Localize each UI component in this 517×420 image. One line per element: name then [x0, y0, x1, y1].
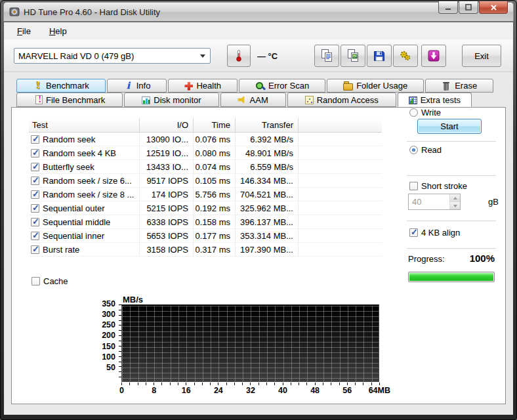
- table-row[interactable]: Random seek / size 8 ... 174 IOPS 5.756 …: [29, 188, 382, 201]
- short-stroke-checkbox[interactable]: Short stroke: [409, 181, 467, 191]
- table-row[interactable]: Sequential outer 5215 IOPS 0.192 ms 325.…: [29, 201, 382, 215]
- table-row[interactable]: Random seek 13090 IO... 0.076 ms 6.392 M…: [29, 133, 382, 146]
- y-tick-label: 150: [84, 343, 115, 351]
- test-io: 12519 IO...: [140, 146, 194, 159]
- drive-selector[interactable]: MARVELL Raid VD 0 (479 gB): [14, 48, 211, 64]
- minimize-button[interactable]: [438, 1, 458, 14]
- test-time: 0.192 ms: [194, 201, 236, 215]
- temperature-value: — °C: [257, 51, 278, 61]
- copy-image-button[interactable]: [341, 45, 365, 67]
- chart-y-tick-labels: 35030025020015010050: [84, 300, 115, 372]
- test-checkbox[interactable]: [31, 149, 39, 158]
- download-button[interactable]: [421, 45, 446, 67]
- x-tick-label: 56: [331, 386, 363, 395]
- cache-checkbox[interactable]: Cache: [31, 276, 68, 286]
- table-row[interactable]: Random seek 4 KB 12519 IO... 0.080 ms 48…: [29, 146, 382, 160]
- erase-icon: [442, 81, 451, 91]
- separator: [407, 175, 496, 176]
- tab-health[interactable]: Health: [168, 79, 238, 93]
- test-checkbox[interactable]: [31, 245, 39, 254]
- test-name: Sequential middle: [43, 217, 110, 227]
- checkbox-icon: [31, 277, 40, 285]
- chevron-down-icon: [200, 54, 205, 58]
- test-checkbox[interactable]: [31, 177, 39, 185]
- test-transfer: 48.901 MB/s: [236, 146, 299, 159]
- tab-row-1: Benchmark Info Health Error Scan Folder …: [16, 79, 495, 93]
- stroke-size-spinner[interactable]: 40: [408, 194, 461, 210]
- app-disk-icon: [9, 7, 20, 17]
- chart-x-tick-labels: 0816243240485664MB: [106, 386, 396, 395]
- drive-selector-value: MARVELL Raid VD 0 (479 gB): [18, 51, 134, 61]
- test-name: Sequential outer: [43, 203, 105, 213]
- tab-random-access[interactable]: Random Access: [287, 93, 396, 107]
- tab-file-benchmark[interactable]: File Benchmark: [16, 93, 123, 107]
- x-tick-label: 24: [202, 386, 234, 395]
- table-row[interactable]: Random seek / size 6... 9517 IOPS 0.105 …: [29, 174, 382, 188]
- tab-disk-monitor[interactable]: Disk monitor: [124, 93, 218, 107]
- tab-info[interactable]: Info: [107, 79, 167, 93]
- test-transfer: 704.521 MB...: [236, 188, 299, 201]
- spinner-down-button[interactable]: [450, 201, 460, 209]
- column-header-time: Time: [194, 118, 236, 132]
- save-button[interactable]: [367, 45, 392, 67]
- close-icon: [490, 4, 497, 11]
- table-row[interactable]: Sequential inner 5653 IOPS 0.177 ms 353.…: [29, 229, 382, 243]
- y-tick-label: 200: [84, 331, 115, 340]
- menu-item-help[interactable]: Help: [43, 24, 73, 38]
- test-checkbox[interactable]: [31, 232, 39, 240]
- window-controls: [438, 1, 508, 14]
- test-checkbox[interactable]: [31, 135, 39, 144]
- test-name: Sequential inner: [43, 231, 104, 241]
- close-button[interactable]: [479, 1, 508, 14]
- table-row[interactable]: Sequential middle 6338 IOPS 0.158 ms 396…: [29, 215, 382, 229]
- test-checkbox[interactable]: [31, 190, 39, 199]
- kb-align-checkbox[interactable]: 4 KB align: [409, 228, 460, 238]
- checkbox-icon: [409, 182, 418, 190]
- exit-button[interactable]: Exit: [462, 45, 501, 67]
- test-name: Random seek 4 KB: [43, 148, 116, 158]
- radio-write[interactable]: Write: [409, 108, 441, 117]
- folder-usage-icon: [343, 81, 353, 91]
- menu-item-file[interactable]: File: [10, 24, 37, 38]
- tab-error-scan[interactable]: Error Scan: [239, 79, 325, 93]
- test-name: Butterfly seek: [43, 162, 94, 172]
- tab-erase[interactable]: Erase: [425, 79, 493, 93]
- health-icon: [184, 82, 193, 91]
- y-tick-label: 250: [84, 321, 115, 329]
- radio-read[interactable]: Read: [409, 145, 442, 155]
- column-header-transfer: Transfer: [236, 118, 299, 132]
- test-transfer: 396.137 MB...: [236, 215, 299, 228]
- download-icon: [426, 49, 441, 63]
- test-time: 0.080 ms: [194, 146, 236, 159]
- radio-icon: [409, 108, 418, 117]
- test-checkbox[interactable]: [31, 218, 39, 226]
- temperature-button[interactable]: [227, 45, 251, 67]
- maximize-button[interactable]: [459, 1, 478, 14]
- x-tick-label: 16: [170, 386, 202, 395]
- separator: [407, 220, 496, 221]
- benchmark-icon: [33, 81, 43, 91]
- x-tick-label: 32: [234, 386, 266, 395]
- test-io: 5653 IOPS: [140, 229, 194, 242]
- tab-extra-tests[interactable]: Extra tests: [398, 93, 472, 107]
- separator: [407, 248, 496, 249]
- maximize-icon: [465, 4, 472, 10]
- tab-aam[interactable]: AAM: [220, 93, 286, 107]
- table-row[interactable]: Butterfly seek 13433 IO... 0.074 ms 6.55…: [29, 160, 382, 174]
- table-row[interactable]: Burst rate 3158 IOPS 0.317 ms 197.390 MB…: [29, 243, 382, 257]
- test-io: 5215 IOPS: [140, 201, 194, 215]
- options-button[interactable]: [393, 45, 418, 67]
- exit-button-label: Exit: [474, 51, 489, 61]
- y-tick-label: 50: [84, 364, 115, 372]
- test-transfer: 325.962 MB...: [236, 201, 299, 215]
- copy-text-button[interactable]: [314, 45, 339, 67]
- app-body: FileHelp MARVELL Raid VD 0 (479 gB) — °C: [4, 22, 513, 415]
- test-checkbox[interactable]: [31, 163, 39, 171]
- start-button[interactable]: Start: [417, 119, 482, 134]
- test-io: 13433 IO...: [140, 160, 194, 173]
- spinner-up-button[interactable]: [450, 194, 460, 201]
- tab-benchmark[interactable]: Benchmark: [16, 79, 106, 93]
- file-benchmark-icon: [35, 95, 43, 104]
- test-checkbox[interactable]: [31, 204, 39, 213]
- tab-folder-usage[interactable]: Folder Usage: [327, 79, 424, 93]
